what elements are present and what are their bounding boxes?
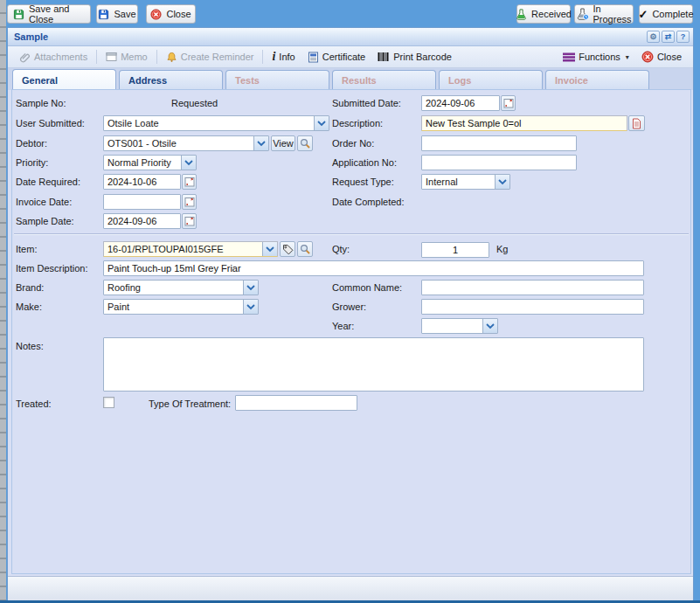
info-button[interactable]: i Info (266, 47, 301, 66)
help-button[interactable]: ? (676, 31, 690, 43)
tab-label: Logs (448, 75, 471, 86)
dropdown-button[interactable] (495, 175, 509, 189)
item-description-field[interactable] (103, 260, 644, 276)
save-and-close-label: Save and Close (29, 3, 85, 24)
year-label: Year: (332, 321, 354, 331)
invoice-date-field[interactable] (103, 194, 181, 210)
info-label: Info (279, 52, 295, 62)
save-and-close-button[interactable]: Save and Close (7, 4, 91, 24)
notes-textarea[interactable] (103, 337, 644, 392)
refresh-button[interactable]: ⇄ (662, 31, 675, 43)
close-label: Close (657, 52, 682, 62)
functions-label: Functions (579, 52, 620, 62)
memo-button[interactable]: Memo (100, 49, 154, 65)
chevron-down-icon (184, 159, 193, 166)
save-icon (98, 9, 109, 20)
section-separator (14, 233, 689, 234)
date-required-field[interactable] (103, 174, 181, 190)
year-value (422, 319, 482, 333)
calendar-icon (184, 216, 195, 226)
common-name-field[interactable] (421, 280, 644, 295)
print-barcode-button[interactable]: Print Barcode (371, 49, 458, 65)
dropdown-button[interactable] (243, 300, 258, 314)
chevron-down-icon (317, 120, 326, 127)
year-combo[interactable] (421, 318, 498, 334)
debtor-value: OTS001 - Otsile (104, 136, 253, 150)
treated-label: Treated: (16, 399, 52, 409)
description-note-button[interactable] (628, 115, 645, 131)
priority-label: Priority: (16, 157, 48, 168)
in-progress-button[interactable]: In Progress (574, 4, 634, 24)
common-name-label: Common Name: (332, 282, 402, 293)
order-no-field[interactable] (421, 135, 577, 151)
settings-button[interactable]: ⚙ (647, 31, 660, 43)
chevron-down-icon: ▾ (626, 53, 629, 61)
brand-combo[interactable]: Roofing (103, 280, 259, 295)
close-toolbar-button[interactable]: Close (635, 48, 688, 66)
priority-combo[interactable]: Normal Priority (103, 155, 197, 170)
save-label: Save (114, 9, 135, 19)
dropdown-button[interactable] (482, 319, 497, 333)
debtor-combo[interactable]: OTS001 - Otsile (103, 135, 269, 151)
make-combo[interactable]: Paint (103, 299, 259, 315)
received-label: Received (531, 9, 572, 19)
grower-field[interactable] (421, 299, 644, 315)
tab-label: Results (342, 75, 377, 86)
certificate-button[interactable]: Certificate (301, 49, 372, 66)
save-button[interactable]: Save (96, 4, 138, 24)
user-submitted-combo[interactable]: Otsile Loate (103, 115, 329, 131)
item-description-label: Item Description: (16, 263, 88, 274)
user-submitted-value: Otsile Loate (104, 116, 314, 130)
create-reminder-button[interactable]: Create Reminder (160, 49, 260, 66)
tab-address[interactable]: Address (119, 70, 223, 90)
sample-date-calendar-button[interactable] (182, 213, 197, 229)
debtor-view-button[interactable]: View (271, 135, 295, 151)
qty-field[interactable] (421, 242, 489, 258)
submitted-date-calendar-button[interactable] (501, 95, 516, 111)
sample-date-field[interactable] (103, 213, 181, 229)
submitted-date-field[interactable] (421, 95, 500, 111)
sample-date-label: Sample Date: (16, 216, 74, 226)
invoice-date-calendar-button[interactable] (182, 194, 197, 210)
attachments-button[interactable]: Attachments (13, 49, 94, 66)
description-field[interactable] (421, 115, 627, 131)
close-label: Close (166, 9, 191, 19)
tab-strip: General Address Tests Results Logs Invoi… (8, 68, 693, 90)
date-required-calendar-button[interactable] (182, 174, 197, 190)
treated-checkbox[interactable] (103, 397, 114, 408)
debtor-search-button[interactable] (297, 135, 313, 151)
sample-no-label: Sample No: (16, 98, 66, 108)
flask-icon (516, 9, 527, 20)
description-label: Description: (332, 118, 383, 128)
view-label: View (273, 138, 294, 149)
request-type-combo[interactable]: Internal (421, 174, 510, 190)
dropdown-button[interactable] (181, 156, 196, 170)
item-search-button[interactable] (297, 241, 313, 257)
in-progress-label: In Progress (593, 3, 632, 24)
item-tag-button[interactable] (280, 241, 295, 257)
item-combo[interactable]: 16-01/RPLTOUPAI015GFE (103, 241, 278, 257)
dropdown-button[interactable] (262, 242, 277, 256)
request-type-label: Request Type: (332, 177, 394, 187)
dropdown-button[interactable] (253, 136, 268, 150)
date-required-label: Date Required: (16, 177, 80, 187)
tab-general[interactable]: General (12, 69, 116, 90)
application-no-field[interactable] (421, 155, 577, 170)
notes-label: Notes: (16, 341, 44, 351)
dropdown-button[interactable] (314, 116, 329, 130)
calendar-icon (184, 177, 195, 187)
functions-menu-button[interactable]: Functions ▾ (557, 49, 635, 65)
received-button[interactable]: Received (516, 4, 571, 24)
print-barcode-label: Print Barcode (393, 52, 452, 62)
complete-button[interactable]: ✓ Complete (639, 4, 693, 24)
priority-value: Normal Priority (104, 156, 181, 170)
type-of-treatment-field[interactable] (235, 395, 357, 411)
dropdown-button[interactable] (243, 281, 258, 295)
close-circle-icon (150, 9, 162, 20)
question-icon: ? (681, 32, 686, 41)
chevron-down-icon (486, 322, 495, 329)
close-button[interactable]: Close (146, 4, 196, 24)
background-window-edge (0, 0, 6, 603)
calendar-icon (184, 197, 195, 207)
tab-label: General (22, 75, 58, 86)
